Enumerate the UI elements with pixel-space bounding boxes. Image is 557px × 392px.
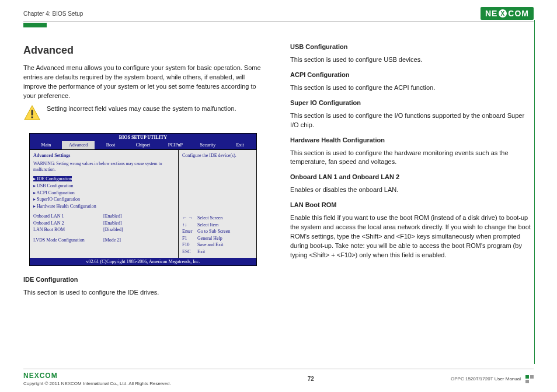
intro-text: The Advanced menu allows you to configur…	[23, 64, 267, 101]
left-column: Advanced The Advanced menu allows you to…	[23, 43, 267, 301]
bios-setting-lan1: Onboard LAN 1[Enabled]	[33, 213, 175, 220]
bios-setting-lan2: Onboard LAN 2[Enabled]	[33, 220, 175, 227]
bios-menu-hw: Hardware Health Configuration	[33, 203, 175, 210]
usb-text: This section is used to configure USB de…	[290, 55, 534, 65]
bios-tab-boot: Boot	[95, 141, 127, 149]
bios-tabs: Main Advanced Boot Chipset PCIPnP Securi…	[30, 141, 256, 149]
header-bar: Chapter 4: BIOS Setup NE X COM	[23, 7, 534, 22]
bios-left-pane: Advanced Settings WARNING: Setting wrong…	[30, 150, 179, 258]
ide-head: IDE Configuration	[23, 275, 267, 285]
bios-tab-security: Security	[192, 141, 224, 149]
bios-tab-main: Main	[30, 141, 62, 149]
logo-x: X	[499, 9, 507, 18]
logo-right: COM	[508, 9, 529, 18]
warning-text: Setting incorrect field values may cause…	[47, 104, 236, 114]
bios-menu-acpi: ACPI Configuration	[33, 190, 175, 197]
page-number: 72	[308, 376, 314, 382]
bios-menu-sio: SuperIO Configuration	[33, 196, 175, 203]
bios-menu-usb: USB Configuration	[33, 183, 175, 190]
bios-setting-lanrom: LAN Boot ROM[Disabled]	[33, 226, 175, 233]
bios-help-top: Configure the IDE device(s).	[182, 152, 253, 159]
sio-head: Super IO Configuration	[290, 99, 534, 108]
lan-head: Onboard LAN 1 and Onboard LAN 2	[290, 173, 534, 182]
svg-rect-1	[32, 110, 33, 115]
rom-text: Enable this field if you want to use the…	[290, 214, 534, 260]
bios-tab-pcipnp: PCIPnP	[159, 141, 192, 149]
acpi-text: This section is used to configure the AC…	[290, 83, 534, 93]
bios-warning: WARNING: Setting wrong values in below s…	[33, 161, 175, 174]
svg-rect-2	[32, 116, 33, 118]
page-footer: NEXCOM Copyright © 2011 NEXCOM Internati…	[23, 369, 534, 386]
bios-setting-lvds: LVDS Mode Configuration[Mode 2]	[33, 237, 175, 244]
bios-screenshot: BIOS SETUP UTILITY Main Advanced Boot Ch…	[29, 133, 257, 266]
sio-text: This section is used to configure the I/…	[290, 111, 534, 130]
copyright: Copyright © 2011 NEXCOM International Co…	[23, 381, 171, 386]
bios-help-keys: ← →Select Screen ↑↓Select Item EnterGo t…	[182, 215, 253, 256]
bios-tab-exit: Exit	[224, 141, 256, 149]
acpi-head: ACPI Configuration	[290, 71, 534, 80]
right-column: USB Configuration This section is used t…	[290, 43, 534, 301]
hw-head: Hardware Health Configuration	[290, 136, 534, 145]
logo-left: NE	[485, 9, 497, 18]
manual-name: OPPC 1520T/1720T User Manual	[451, 376, 521, 382]
bios-tab-chipset: Chipset	[127, 141, 159, 149]
bios-tab-advanced: Advanced	[62, 141, 94, 149]
rom-head: LAN Boot ROM	[290, 201, 534, 210]
bios-right-pane: Configure the IDE device(s). ← →Select S…	[179, 150, 256, 258]
ide-text: This section is used to configure the ID…	[23, 288, 267, 298]
page-title: Advanced	[23, 43, 267, 58]
hw-text: This section is used to configure the ha…	[290, 149, 534, 167]
footer-squares-icon	[525, 375, 534, 383]
green-tab-decor	[23, 23, 47, 27]
warning-icon	[23, 104, 41, 125]
footer-logo: NEXCOM	[23, 372, 171, 380]
lan-text: Enables or disables the onboard LAN.	[290, 186, 534, 195]
chapter-label: Chapter 4: BIOS Setup	[23, 10, 83, 17]
bios-menu-ide: IDE Configuration	[33, 176, 72, 181]
bios-footer: v02.61 (C)Copyright 1985-2006, American …	[30, 258, 256, 266]
right-green-rule	[534, 20, 535, 364]
nexcom-logo: NE X COM	[481, 7, 534, 20]
bios-title: BIOS SETUP UTILITY	[30, 134, 256, 142]
warning-row: Setting incorrect field values may cause…	[23, 104, 267, 125]
usb-head: USB Configuration	[290, 43, 534, 52]
bios-heading: Advanced Settings	[33, 152, 175, 159]
